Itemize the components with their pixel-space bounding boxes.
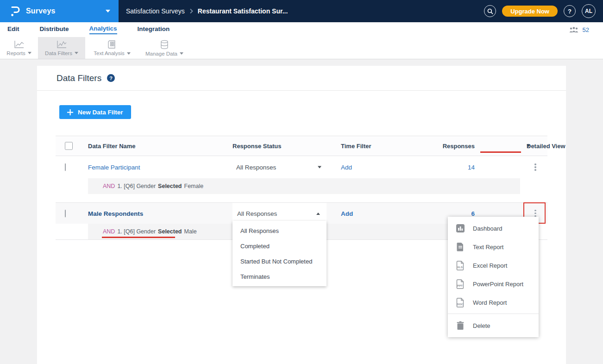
newspaper-icon xyxy=(107,40,117,49)
help-button[interactable]: ? xyxy=(564,5,576,17)
row2-checkbox-wrap xyxy=(65,210,66,217)
people-group-icon xyxy=(569,26,579,33)
condition-operator: Selected xyxy=(158,183,182,189)
chevron-down-icon xyxy=(527,145,530,147)
tab-edit[interactable]: Edit xyxy=(7,25,19,34)
xls-file-icon: XLS xyxy=(455,260,465,270)
condition-clause: 1. [Q6] Gender xyxy=(117,228,156,235)
row-checkbox[interactable] xyxy=(65,163,66,171)
respondent-count: 52 xyxy=(583,26,589,33)
avatar[interactable]: AL xyxy=(582,4,596,18)
menu-item-word-report[interactable]: DOC Word Report xyxy=(448,293,539,312)
toolbar-text-analysis[interactable]: Text Analysis xyxy=(85,37,139,59)
row-actions-menu: Dashboard Text Report XLS Excel Report xyxy=(448,217,539,337)
breadcrumb: Satisfaction Surveys Restaurant Satisfac… xyxy=(126,0,288,22)
line-chart-icon xyxy=(56,40,67,49)
row-gap xyxy=(56,194,547,202)
condition-clause: 1. [Q6] Gender xyxy=(117,183,156,189)
toolbar-reports[interactable]: Reports xyxy=(0,37,38,59)
view-mode-label: Detailed View xyxy=(527,143,565,150)
row-checkbox[interactable] xyxy=(65,209,66,217)
menu-item-label: Text Report xyxy=(473,244,503,251)
menu-item-label: PowerPoint Report xyxy=(473,281,523,288)
chevron-right-icon xyxy=(189,8,193,14)
tab-distribute[interactable]: Distribute xyxy=(40,25,69,34)
col-header-status: Response Status xyxy=(232,143,281,150)
menu-item-dashboard[interactable]: Dashboard xyxy=(448,219,539,238)
time-filter-add-link[interactable]: Add xyxy=(341,210,353,217)
menu-item-label: Word Report xyxy=(473,299,507,306)
status-option-completed[interactable]: Completed xyxy=(232,238,327,254)
chevron-down-icon[interactable] xyxy=(318,166,321,169)
col-header-responses: Responses xyxy=(443,143,475,150)
upgrade-now-button[interactable]: Upgrade Now xyxy=(502,6,558,17)
page-area: Data Filters ? New Data Filter Data Filt… xyxy=(0,59,603,364)
menu-item-powerpoint-report[interactable]: PPT PowerPoint Report xyxy=(448,275,539,293)
chevron-down-icon xyxy=(106,10,110,13)
text-file-icon xyxy=(455,242,465,252)
status-option-all-responses[interactable]: All Responses xyxy=(232,223,327,238)
annotation-underline-condition xyxy=(102,237,175,238)
toolbar-text-analysis-label: Text Analysis xyxy=(94,50,124,56)
status-option-terminates[interactable]: Terminates xyxy=(232,269,327,284)
doc-file-icon: DOC xyxy=(455,297,465,308)
menu-item-delete[interactable]: Delete xyxy=(448,314,539,337)
chevron-down-icon xyxy=(28,52,31,54)
selected-status-value: All Responses xyxy=(237,210,277,217)
doc-badge: DOC xyxy=(457,302,464,306)
menu-item-excel-report[interactable]: XLS Excel Report xyxy=(448,256,539,275)
time-filter-add-link[interactable]: Add xyxy=(341,164,352,171)
plus-icon xyxy=(67,109,73,115)
filter-name-link[interactable]: Female Participant xyxy=(88,164,140,171)
table-row: Female Participant All Responses Add 14 xyxy=(56,156,547,178)
questionpro-logo-icon xyxy=(9,5,20,17)
status-option-started-not-completed[interactable]: Started But Not Completed xyxy=(232,254,327,269)
search-button[interactable] xyxy=(484,5,496,17)
product-switcher[interactable]: Surveys xyxy=(0,0,119,22)
toolbar-data-filters[interactable]: Data Filters xyxy=(38,37,85,59)
toolbar-manage-data[interactable]: Manage Data xyxy=(139,37,190,59)
response-status-select[interactable]: All Responses xyxy=(236,164,276,171)
main-nav-tabs: Edit Distribute Analytics Integration 52 xyxy=(0,22,603,37)
ppt-badge: PPT xyxy=(457,284,463,287)
select-all-checkbox[interactable] xyxy=(65,142,73,150)
header-actions: Upgrade Now ? AL xyxy=(484,0,596,22)
chevron-up-icon xyxy=(316,213,320,215)
breadcrumb-survey-name[interactable]: Restaurant Satisfaction Sur... xyxy=(198,7,288,15)
data-filters-card: Data Filters ? New Data Filter Data Filt… xyxy=(37,66,566,364)
col-header-name: Data Filter Name xyxy=(88,143,136,150)
analytics-toolbar: Reports Data Filters Text Analysis Manag… xyxy=(0,37,603,59)
title-row: Data Filters ? xyxy=(37,66,566,91)
responses-count-link[interactable]: 14 xyxy=(468,164,475,171)
menu-item-text-report[interactable]: Text Report xyxy=(448,238,539,256)
condition-operator: Selected xyxy=(158,228,182,235)
xls-badge: XLS xyxy=(457,265,463,269)
filter-condition-row: AND 1. [Q6] Gender Selected Female xyxy=(88,178,520,194)
line-chart-icon xyxy=(13,40,25,49)
top-header: Surveys Satisfaction Surveys Restaurant … xyxy=(0,0,603,22)
responses-count-link[interactable]: 6 xyxy=(471,210,475,217)
response-status-dropdown: All Responses Completed Started But Not … xyxy=(232,221,327,286)
help-icon[interactable]: ? xyxy=(107,74,115,82)
page-title: Data Filters xyxy=(57,73,101,83)
new-data-filter-label: New Data Filter xyxy=(78,109,123,116)
tab-integration[interactable]: Integration xyxy=(138,25,170,34)
chevron-down-icon xyxy=(180,52,183,55)
row-actions-kebab[interactable] xyxy=(532,163,539,172)
col-header-time: Time Filter xyxy=(341,143,371,150)
menu-item-label: Delete xyxy=(473,322,490,329)
condition-conjunction: AND xyxy=(103,183,115,189)
respondents-summary[interactable]: 52 xyxy=(569,26,589,33)
menu-item-label: Dashboard xyxy=(473,225,502,232)
product-name: Surveys xyxy=(26,7,56,15)
tab-analytics[interactable]: Analytics xyxy=(89,25,117,34)
breadcrumb-folder[interactable]: Satisfaction Surveys xyxy=(126,7,185,15)
toolbar-manage-data-label: Manage Data xyxy=(145,51,177,56)
condition-value: Male xyxy=(184,228,197,235)
chevron-down-icon xyxy=(75,52,78,54)
condition-conjunction: AND xyxy=(103,228,115,235)
new-data-filter-button[interactable]: New Data Filter xyxy=(59,105,131,119)
ppt-file-icon: PPT xyxy=(455,279,465,289)
filter-name-link[interactable]: Male Respondents xyxy=(88,210,143,217)
condition-value: Female xyxy=(184,183,204,189)
